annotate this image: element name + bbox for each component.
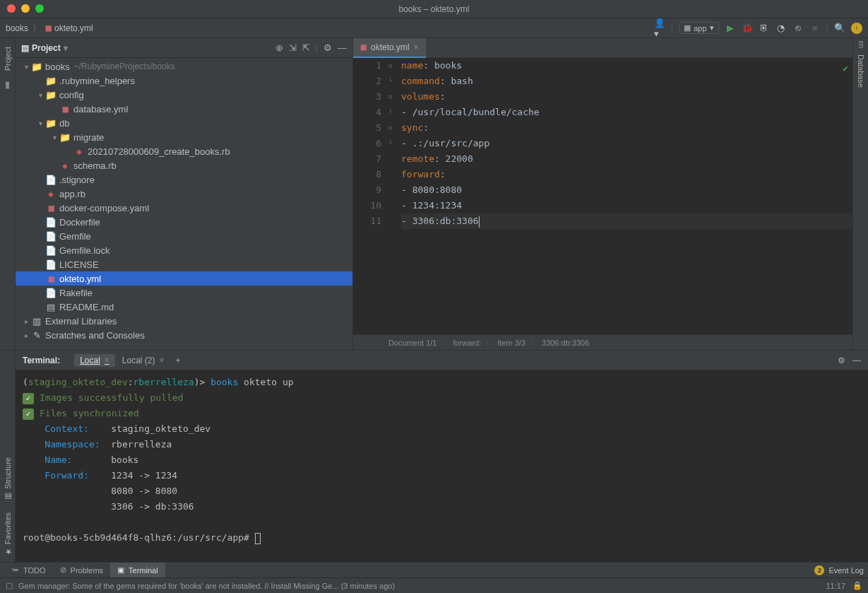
tree-item[interactable]: 📄LICENSE <box>16 257 352 271</box>
tree-item[interactable]: 📄Gemfile <box>16 229 352 243</box>
editor-breadcrumbs[interactable]: Document 1/1〉forward:〉Item 3/3〉3306:db:3… <box>353 334 852 350</box>
tree-item-label: config <box>59 90 84 100</box>
file-icon: 📄 <box>45 259 57 270</box>
collapse-icon[interactable]: ⇱ <box>302 42 310 53</box>
tree-item[interactable]: ◆app.rb <box>16 187 352 201</box>
editor-crumb[interactable]: 3306:db:3306 <box>542 339 589 347</box>
favorites-tool-tab[interactable]: ★Favorites <box>0 507 15 562</box>
add-terminal-icon[interactable]: + <box>176 356 181 365</box>
tree-item[interactable]: ▦database.yml <box>16 102 352 116</box>
lock-icon[interactable]: 🔒 <box>852 581 862 590</box>
project-tree[interactable]: ▾📁books~/RubymineProjects/books📁.rubymin… <box>16 58 352 350</box>
tree-item[interactable]: 📄.stignore <box>16 172 352 187</box>
terminal-tab[interactable]: Local (2)× <box>117 354 170 367</box>
code-line[interactable]: volumes: <box>401 89 852 105</box>
add-config-icon[interactable]: 👤▾ <box>654 23 665 34</box>
expand-chevron-icon[interactable]: ▸ <box>21 331 31 339</box>
yml-icon: ▦ <box>45 204 57 212</box>
search-icon[interactable]: 🔍 <box>834 23 845 34</box>
chevron-down-icon[interactable]: ▾ <box>64 43 68 53</box>
close-tab-icon[interactable]: × <box>414 42 419 52</box>
tree-item[interactable]: ▾📁books~/RubymineProjects/books <box>16 59 352 74</box>
code-line[interactable]: - 1234:1234 <box>401 198 852 213</box>
terminal-output[interactable]: (staging_okteto_dev:rberrelleza)> books … <box>16 370 868 562</box>
code-line[interactable]: - /usr/local/bundle/cache <box>401 105 852 120</box>
tree-item[interactable]: ▾📁migrate <box>16 130 352 144</box>
debug-icon[interactable]: 🐞 <box>742 23 753 34</box>
profile-icon[interactable]: ◔ <box>775 23 787 34</box>
chevron-down-icon: ▾ <box>710 23 714 33</box>
run-configuration-dropdown[interactable]: ▦ app ▾ <box>679 22 718 34</box>
maximize-window-icon[interactable] <box>35 4 44 13</box>
tree-item[interactable]: ▾📁db <box>16 116 352 130</box>
code-area[interactable]: ✔ name: bookscommand: bashvolumes: - /us… <box>398 58 852 334</box>
chevron-right-icon: 〉 <box>32 22 41 34</box>
editor-tab[interactable]: ▦ okteto.yml × <box>353 38 426 58</box>
tree-item[interactable]: ▸✎Scratches and Consoles <box>16 328 352 342</box>
close-window-icon[interactable] <box>7 4 16 13</box>
expand-chevron-icon[interactable]: ▸ <box>21 317 31 325</box>
database-tool-tab[interactable]: Database <box>857 49 865 93</box>
database-icon[interactable]: 🗄 <box>857 41 864 49</box>
tree-item[interactable]: ▸▥External Libraries <box>16 314 352 328</box>
expand-chevron-icon[interactable]: ▾ <box>35 91 45 99</box>
code-line[interactable]: - 8080:8080 <box>401 182 852 198</box>
expand-chevron-icon[interactable]: ▾ <box>49 134 59 141</box>
tree-item[interactable]: ◆schema.rb <box>16 158 352 172</box>
run-icon[interactable]: ▶ <box>725 23 736 34</box>
tree-item[interactable]: ▤README.md <box>16 300 352 314</box>
tree-item[interactable]: 📄Dockerfile <box>16 215 352 229</box>
terminal-tab[interactable]: ▣Terminal <box>110 563 165 577</box>
status-message[interactable]: Gem manager: Some of the gems required f… <box>18 582 395 590</box>
locate-icon[interactable]: ⊕ <box>275 42 283 53</box>
attach-icon[interactable]: ⎋ <box>792 23 804 34</box>
expand-chevron-icon[interactable]: ▾ <box>35 119 45 127</box>
tree-item[interactable]: ◆20210728000609_create_books.rb <box>16 144 352 158</box>
tree-item[interactable]: ▦okteto.yml <box>16 271 352 286</box>
close-icon[interactable]: × <box>105 356 109 365</box>
todo-tab[interactable]: ≔TODO <box>4 563 53 577</box>
stop-icon[interactable]: ■ <box>809 23 821 34</box>
problems-tab[interactable]: ⊘Problems <box>53 563 110 577</box>
expand-chevron-icon[interactable]: ▾ <box>21 63 31 71</box>
event-log-tab[interactable]: Event Log <box>828 566 864 575</box>
code-line[interactable]: - .:/usr/src/app <box>401 136 852 151</box>
minimize-window-icon[interactable] <box>21 4 30 13</box>
tree-item-label: LICENSE <box>59 259 99 270</box>
tree-item[interactable]: 📄Rakefile <box>16 286 352 300</box>
structure-tool-tab[interactable]: ▤Structure <box>0 452 15 507</box>
status-icon[interactable]: ▢ <box>6 581 13 590</box>
cursor-position[interactable]: 11:17 <box>826 582 845 590</box>
tree-item[interactable]: 📁.rubymine_helpers <box>16 74 352 88</box>
hide-icon[interactable]: — <box>852 356 861 365</box>
tree-item[interactable]: 📄Gemfile.lock <box>16 243 352 257</box>
close-icon[interactable]: × <box>160 356 165 365</box>
coverage-icon[interactable]: ⛨ <box>759 23 770 34</box>
gear-icon[interactable]: ⚙ <box>838 356 845 365</box>
breadcrumb-file[interactable]: okteto.yml <box>54 23 93 33</box>
gear-icon[interactable]: ⚙ <box>323 42 332 53</box>
tree-item[interactable]: ▾📁config <box>16 88 352 102</box>
editor-crumb[interactable]: forward: <box>453 339 481 347</box>
fold-gutter[interactable]: ⊟└⊟└⊟└ <box>388 58 398 334</box>
code-line[interactable]: sync: <box>401 120 852 136</box>
breadcrumb-project[interactable]: books <box>6 23 28 33</box>
yaml-icon: ▦ <box>360 43 367 51</box>
code-line[interactable]: - 3306:db:3306 <box>401 213 852 229</box>
code-line[interactable]: forward: <box>401 167 852 182</box>
tree-item[interactable]: ▦docker-compose.yaml <box>16 201 352 215</box>
expand-icon[interactable]: ⇲ <box>289 42 297 53</box>
code-line[interactable]: name: books <box>401 58 852 74</box>
folder-icon: 📁 <box>31 61 42 72</box>
navigation-bar: books 〉 ▦ okteto.yml 👤▾ | ▦ app ▾ ▶ 🐞 ⛨ … <box>0 18 868 38</box>
update-icon[interactable]: ↑ <box>851 23 862 34</box>
project-tool-tab[interactable]: Project <box>4 41 12 76</box>
editor-crumb[interactable]: Item 3/3 <box>497 339 525 347</box>
bookmark-icon[interactable]: ▮ <box>5 79 10 90</box>
hide-icon[interactable]: — <box>338 42 347 53</box>
line-number-gutter[interactable]: 1234567891011 <box>353 58 388 334</box>
code-line[interactable]: command: bash <box>401 74 852 89</box>
terminal-tab[interactable]: Local× <box>74 354 115 367</box>
code-line[interactable]: remote: 22000 <box>401 151 852 167</box>
editor-crumb[interactable]: Document 1/1 <box>388 339 436 347</box>
